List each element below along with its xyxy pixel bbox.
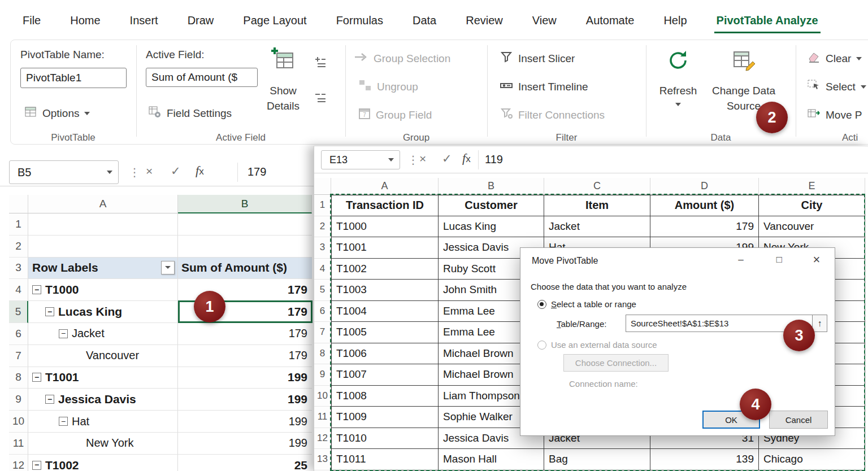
cell-a9[interactable]: −Jessica Davis xyxy=(28,389,178,411)
cell[interactable]: T1009 xyxy=(331,407,439,428)
row-header[interactable]: 12 xyxy=(314,428,331,450)
cell[interactable]: T1003 xyxy=(331,280,439,301)
enter-icon[interactable]: ✓ xyxy=(442,152,452,165)
cell-b6[interactable]: 179 xyxy=(178,323,312,345)
tab-view[interactable]: View xyxy=(532,14,557,27)
cell[interactable]: T1008 xyxy=(331,386,439,407)
row-header[interactable]: 10 xyxy=(314,386,331,407)
collapse-minus-icon[interactable]: − xyxy=(45,307,54,316)
cell-a12[interactable]: −T1002 xyxy=(28,455,178,471)
row-header[interactable]: 7 xyxy=(314,322,331,343)
row-header[interactable]: 8 xyxy=(314,343,331,365)
cancel-icon[interactable]: × xyxy=(146,164,153,178)
row-header-5[interactable]: 5 xyxy=(9,301,28,323)
row-header[interactable]: 9 xyxy=(314,364,331,386)
cell-b2[interactable] xyxy=(178,236,312,258)
radio-select-table-range[interactable] xyxy=(537,300,546,309)
cell[interactable]: 139 xyxy=(650,449,759,470)
tab-draw[interactable]: Draw xyxy=(188,14,214,27)
fx-icon[interactable]: fx xyxy=(462,151,471,165)
row-header-4[interactable]: 4 xyxy=(9,279,28,301)
cell-a2[interactable] xyxy=(28,236,178,258)
cell[interactable]: Bag xyxy=(544,449,650,470)
header-cell[interactable]: Amount ($) xyxy=(650,195,759,216)
collapse-minus-icon[interactable]: − xyxy=(59,417,68,426)
row-header[interactable]: 2 xyxy=(314,216,331,238)
close-button[interactable]: × xyxy=(808,251,826,268)
select-all-corner[interactable] xyxy=(314,178,331,195)
expand-field-icon[interactable] xyxy=(314,56,327,71)
cell[interactable]: Vancouver xyxy=(759,216,865,238)
tab-page-layout[interactable]: Page Layout xyxy=(243,14,306,27)
header-cell[interactable]: City xyxy=(759,195,865,216)
collapse-field-icon[interactable] xyxy=(314,91,327,106)
tab-review[interactable]: Review xyxy=(466,14,503,27)
cell[interactable]: T1005 xyxy=(331,322,439,343)
header-cell[interactable]: Customer xyxy=(439,195,544,216)
cell[interactable]: Lucas King xyxy=(439,216,544,238)
cell[interactable]: T1007 xyxy=(331,364,439,386)
formula-value[interactable]: 119 xyxy=(485,153,503,166)
row-header[interactable]: 5 xyxy=(314,280,331,301)
tab-home[interactable]: Home xyxy=(70,14,100,27)
pivottable-name-input[interactable] xyxy=(20,68,127,88)
maximize-button[interactable]: □ xyxy=(770,251,788,268)
cell[interactable]: T1011 xyxy=(331,449,439,470)
group-field-button[interactable]: 7 Group Field xyxy=(358,107,432,123)
cancel-icon[interactable]: × xyxy=(419,152,426,165)
insert-timeline-button[interactable]: Insert Timeline xyxy=(500,79,588,94)
filter-dropdown-button[interactable] xyxy=(161,261,175,274)
cell-b12[interactable]: 25 xyxy=(178,455,312,471)
tab-help[interactable]: Help xyxy=(663,14,687,27)
group-selection-button[interactable]: Group Selection xyxy=(354,51,450,66)
choose-connection-button[interactable]: Choose Connection... xyxy=(563,354,669,372)
row-header-11[interactable]: 11 xyxy=(9,433,28,455)
row-header[interactable]: 6 xyxy=(314,301,331,322)
cell[interactable]: Mason Hall xyxy=(439,449,544,470)
cell-b11[interactable]: 199 xyxy=(178,433,312,455)
minimize-button[interactable]: – xyxy=(732,251,750,268)
field-settings-button[interactable]: Field Settings xyxy=(148,105,232,121)
row-header[interactable]: 3 xyxy=(314,237,331,259)
cell[interactable]: Chicago xyxy=(759,449,865,470)
options-button[interactable]: Options xyxy=(24,105,90,121)
radio-select-table-range-label[interactable]: Select a table or range xyxy=(551,299,636,309)
tab-data[interactable]: Data xyxy=(413,14,436,27)
column-header-b[interactable]: B xyxy=(178,195,312,213)
cell-b1[interactable] xyxy=(178,213,312,236)
cell-b8[interactable]: 199 xyxy=(178,367,312,389)
row-header-2[interactable]: 2 xyxy=(9,236,28,258)
collapse-minus-icon[interactable]: − xyxy=(32,373,41,382)
tab-insert[interactable]: Insert xyxy=(130,14,158,27)
cell-b3-sum-header[interactable]: Sum of Amount ($) xyxy=(178,258,312,280)
show-details-button[interactable]: Show Details xyxy=(257,46,309,114)
select-all-corner[interactable] xyxy=(9,195,28,213)
row-header-12[interactable]: 12 xyxy=(9,455,28,471)
cell-a5[interactable]: −Lucas King xyxy=(28,301,178,323)
row-header-9[interactable]: 9 xyxy=(9,389,28,411)
cell[interactable]: T1001 xyxy=(331,237,439,259)
collapse-minus-icon[interactable]: − xyxy=(32,461,41,470)
row-header-1[interactable]: 1 xyxy=(9,213,28,236)
collapse-minus-icon[interactable]: − xyxy=(32,285,41,294)
collapse-minus-icon[interactable]: − xyxy=(45,395,54,404)
cell-b10[interactable]: 199 xyxy=(178,411,312,433)
column-header-a[interactable]: A xyxy=(28,195,178,213)
row-header[interactable]: 11 xyxy=(314,407,331,428)
cell-a1[interactable] xyxy=(28,213,178,236)
column-header-e[interactable]: E xyxy=(759,178,865,195)
cell-b7[interactable]: 179 xyxy=(178,345,312,367)
name-box[interactable]: E13 xyxy=(321,150,400,169)
row-header-8[interactable]: 8 xyxy=(9,367,28,389)
cell-a8[interactable]: −T1001 xyxy=(28,367,178,389)
clear-button[interactable]: Clear xyxy=(807,51,862,66)
row-header-3[interactable]: 3 xyxy=(9,258,28,280)
enter-icon[interactable]: ✓ xyxy=(171,164,181,178)
cell-a7[interactable]: Vancouver xyxy=(28,345,178,367)
cell[interactable]: T1006 xyxy=(331,343,439,365)
tab-file[interactable]: File xyxy=(23,14,41,27)
cell[interactable]: T1002 xyxy=(331,259,439,280)
cell-a10[interactable]: −Hat xyxy=(28,411,178,433)
cell-b9[interactable]: 199 xyxy=(178,389,312,411)
fx-icon[interactable]: fx xyxy=(196,163,204,178)
